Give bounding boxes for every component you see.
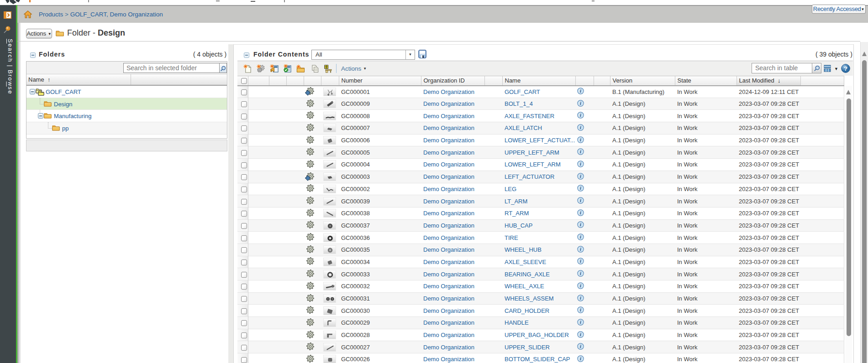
svg-text:i: i: [580, 223, 581, 228]
svg-text:i: i: [580, 296, 581, 301]
svg-text:?: ?: [844, 65, 847, 72]
svg-text:i: i: [580, 137, 581, 142]
svg-text:i: i: [580, 210, 581, 215]
svg-text:i: i: [580, 234, 581, 239]
svg-text:i: i: [580, 113, 581, 118]
svg-text:i: i: [580, 271, 581, 276]
svg-text:i: i: [580, 344, 581, 349]
svg-text:i: i: [580, 88, 581, 93]
svg-text:i: i: [580, 186, 581, 191]
svg-text:i: i: [580, 125, 581, 130]
svg-text:i: i: [580, 320, 581, 325]
svg-text:i: i: [580, 198, 581, 203]
svg-text:i: i: [580, 283, 581, 288]
svg-text:i: i: [580, 149, 581, 154]
svg-text:i: i: [580, 307, 581, 312]
svg-text:i: i: [580, 259, 581, 264]
svg-text:i: i: [580, 161, 581, 166]
svg-text:i: i: [580, 247, 581, 252]
svg-text:i: i: [580, 356, 581, 361]
svg-text:i: i: [580, 174, 581, 179]
svg-text:i: i: [580, 332, 581, 337]
svg-text:i: i: [580, 101, 581, 106]
